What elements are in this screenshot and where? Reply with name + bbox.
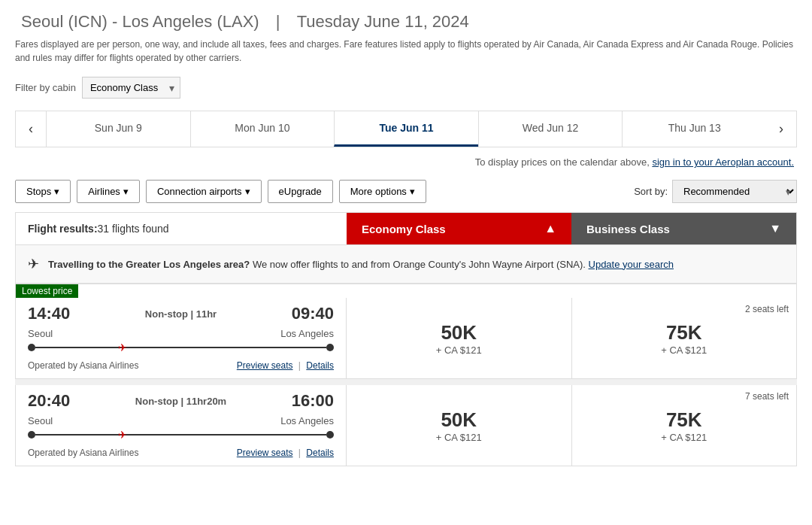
flight-1-operator: Operated by Asiana Airlines — [28, 360, 138, 371]
results-header: Flight results:31 flights found Economy … — [15, 212, 797, 245]
flight-1-destination: Los Angeles — [280, 328, 334, 339]
flight-2-footer: Operated by Asiana Airlines Preview seat… — [16, 443, 346, 466]
lowest-price-badge-1: Lowest price — [16, 284, 796, 298]
flight-1-arrive: 09:40 — [292, 304, 334, 323]
cabin-filter-row: Filter by cabin Economy Class Business C… — [15, 77, 797, 99]
flight-2-business-cash: + CA $121 — [661, 432, 707, 443]
flight-2-depart: 20:40 — [28, 391, 70, 411]
flight-2-arrive: 16:00 — [292, 391, 334, 411]
connection-airports-filter-btn[interactable]: Connection airports ▾ — [146, 180, 262, 203]
flight-1-economy-points: 50K — [441, 321, 477, 344]
flight-1-economy-cash: + CA $121 — [436, 344, 482, 356]
date-thu-jun-13[interactable]: Thu Jun 13 — [622, 111, 766, 147]
flight-2-plane-icon: ✈ — [118, 429, 127, 441]
prev-date-arrow[interactable]: ‹ — [16, 111, 46, 147]
date-tue-jun-11[interactable]: Tue Jun 11 — [334, 111, 478, 147]
flight-2-economy-cash: + CA $121 — [436, 432, 482, 443]
flight-2-origin: Seoul — [28, 415, 53, 426]
cabin-filter-label: Filter by cabin — [15, 82, 76, 93]
flight-2-route-line: ✈ — [35, 434, 326, 435]
flight-card-2-inner: 20:40 Non-stop | 11hr20m 16:00 Seoul Los… — [16, 385, 796, 466]
filter-buttons-row: Stops ▾ Airlines ▾ Connection airports ▾… — [15, 180, 797, 203]
flight-1-origin: Seoul — [28, 328, 53, 339]
aeroplan-signin-link[interactable]: sign in to your Aeroplan account. — [652, 156, 794, 168]
connection-chevron-icon: ▾ — [245, 186, 250, 197]
date-sun-jun-9[interactable]: Sun Jun 9 — [46, 111, 190, 147]
date-mon-jun-10[interactable]: Mon Jun 10 — [190, 111, 335, 147]
flight-2-economy-points: 50K — [441, 408, 477, 432]
flight-1-times: 14:40 Non-stop | 11hr 09:40 — [16, 298, 346, 326]
flight-1-preview-seats[interactable]: Preview seats — [237, 360, 293, 371]
flight-2-duration: Non-stop | 11hr20m — [135, 396, 226, 407]
flight-1-business-points: 75K — [666, 321, 702, 344]
airlines-filter-btn[interactable]: Airlines ▾ — [77, 180, 140, 203]
business-tab-arrow: ▼ — [769, 222, 781, 235]
cabin-filter-wrapper: Economy Class Business Class First Class — [82, 77, 180, 99]
results-text: Flight results:31 flights found — [28, 223, 169, 235]
flight-1-left: 14:40 Non-stop | 11hr 09:40 Seoul Los An… — [16, 298, 347, 378]
flight-2-route: Seoul Los Angeles — [16, 414, 346, 429]
flight-card-1-inner: 14:40 Non-stop | 11hr 09:40 Seoul Los An… — [16, 298, 796, 378]
flight-list: Lowest price 14:40 Non-stop | 11hr 09:40… — [15, 284, 797, 466]
date-wed-jun-12[interactable]: Wed Jun 12 — [478, 111, 623, 147]
flight-2-economy-price[interactable]: 50K + CA $121 — [347, 385, 572, 466]
plane-icon: ✈ — [28, 256, 39, 272]
flight-2-links: Preview seats | Details — [237, 448, 334, 458]
aeroplan-notice: To display prices on the calendar above,… — [15, 156, 797, 168]
sort-select[interactable]: Recommended Price: Low to High Duration:… — [672, 180, 797, 203]
flight-2-preview-seats[interactable]: Preview seats — [237, 448, 293, 458]
economy-tab-arrow: ▲ — [544, 222, 556, 235]
business-class-tab[interactable]: Business Class ▼ — [571, 213, 796, 244]
flight-1-economy-price[interactable]: 50K + CA $121 — [347, 298, 572, 378]
flight-2-business-points: 75K — [666, 408, 702, 432]
flight-2-times: 20:40 Non-stop | 11hr20m 16:00 — [16, 385, 346, 414]
route-title: Seoul (ICN) - Los Angeles (LAX) — [21, 12, 259, 31]
more-options-chevron-icon: ▾ — [410, 186, 415, 197]
flight-1-seats-left: 2 seats left — [745, 304, 789, 314]
flight-2-line: ✈ — [16, 429, 346, 443]
flight-1-route-line: ✈ — [35, 347, 326, 348]
more-options-filter-btn[interactable]: More options ▾ — [339, 180, 426, 203]
flight-1-dest-dot — [326, 344, 334, 351]
card-separator — [15, 379, 797, 385]
flight-2-operator: Operated by Asiana Airlines — [28, 448, 138, 458]
page-title: Seoul (ICN) - Los Angeles (LAX) | Tuesda… — [15, 12, 797, 32]
sort-select-wrapper: Recommended Price: Low to High Duration:… — [672, 180, 797, 203]
disclaimer: Fares displayed are per person, one way,… — [15, 38, 797, 65]
economy-class-tab[interactable]: Economy Class ▲ — [347, 213, 571, 244]
flight-card-1: Lowest price 14:40 Non-stop | 11hr 09:40… — [15, 284, 797, 379]
results-label: Flight results:31 flights found — [16, 213, 347, 244]
flight-2-left: 20:40 Non-stop | 11hr20m 16:00 Seoul Los… — [16, 385, 347, 466]
flight-1-origin-dot — [28, 344, 35, 351]
flight-2-destination: Los Angeles — [280, 415, 334, 426]
flight-2-details[interactable]: Details — [306, 448, 334, 458]
sort-label: Sort by: — [634, 186, 668, 197]
flight-1-links: Preview seats | Details — [237, 360, 334, 371]
flight-1-route: Seoul Los Angeles — [16, 326, 346, 342]
flight-2-business-price[interactable]: 7 seats left 75K + CA $121 — [572, 385, 797, 466]
flight-card-2: 20:40 Non-stop | 11hr20m 16:00 Seoul Los… — [15, 385, 797, 466]
date-navigation: ‹ Sun Jun 9 Mon Jun 10 Tue Jun 11 Wed Ju… — [15, 111, 797, 147]
sort-area: Sort by: Recommended Price: Low to High … — [634, 180, 797, 203]
flight-1-footer: Operated by Asiana Airlines Preview seat… — [16, 356, 346, 378]
flight-2-origin-dot — [28, 431, 35, 439]
flight-2-dest-dot — [326, 431, 334, 439]
flight-1-depart: 14:40 — [28, 304, 70, 323]
flight-1-line: ✈ — [16, 342, 346, 356]
next-date-arrow[interactable]: › — [766, 111, 796, 147]
flight-1-duration: Non-stop | 11hr — [145, 308, 217, 320]
separator: | — [276, 12, 280, 31]
update-search-link[interactable]: Update your search — [589, 259, 674, 270]
flight-1-business-cash: + CA $121 — [661, 344, 707, 356]
flight-2-seats-left: 7 seats left — [745, 391, 789, 402]
flight-1-plane-icon: ✈ — [118, 341, 127, 354]
flight-1-business-price[interactable]: 2 seats left 75K + CA $121 — [572, 298, 797, 378]
flight-1-details[interactable]: Details — [306, 360, 334, 371]
date-title: Tuesday June 11, 2024 — [297, 12, 469, 31]
stops-filter-btn[interactable]: Stops ▾ — [15, 180, 71, 203]
info-banner: ✈ Travelling to the Greater Los Angeles … — [15, 245, 797, 284]
cabin-filter-select[interactable]: Economy Class Business Class First Class — [82, 77, 180, 99]
eupgrade-filter-btn[interactable]: eUpgrade — [268, 180, 333, 203]
airlines-chevron-icon: ▾ — [123, 186, 129, 197]
info-banner-text: Travelling to the Greater Los Angeles ar… — [48, 259, 674, 270]
